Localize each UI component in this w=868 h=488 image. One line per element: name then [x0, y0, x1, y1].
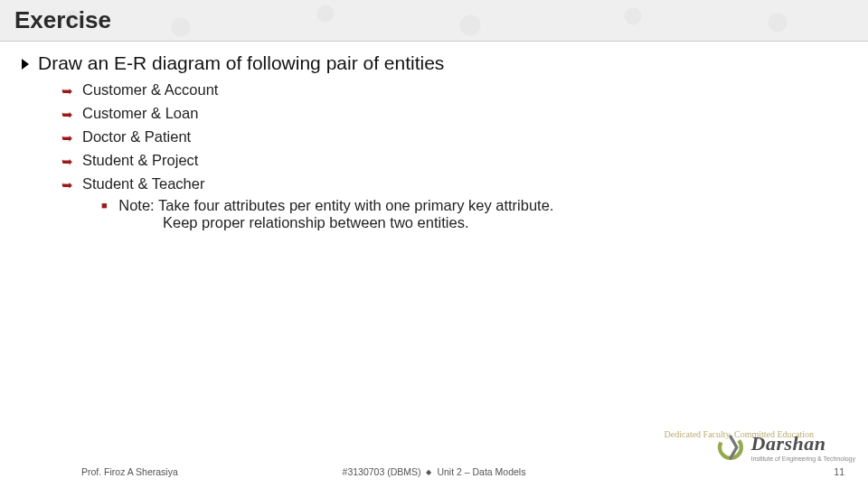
- main-bullet: Draw an E-R diagram of following pair of…: [22, 52, 846, 74]
- list-item-text: Customer & Loan: [82, 103, 198, 125]
- list-item-text: Student & Teacher: [82, 174, 204, 195]
- slide-title: Exercise: [14, 6, 111, 34]
- list-item: ➥ Customer & Account: [61, 80, 846, 101]
- logo-tagline: Institute of Engineering & Technology: [751, 455, 855, 462]
- content-area: Draw an E-R diagram of following pair of…: [0, 42, 868, 488]
- footer-unit: Unit 2 – Data Models: [437, 466, 525, 477]
- list-item: ➥ Student & Teacher: [61, 174, 846, 195]
- list-item: ➥ Student & Project: [61, 150, 846, 172]
- institute-logo: Darshan Institute of Engineering & Techn…: [715, 432, 855, 463]
- arrow-bullet-icon: ➥: [61, 175, 73, 195]
- sub-list: ➥ Customer & Account ➥ Customer & Loan ➥…: [61, 80, 846, 231]
- triangle-bullet-icon: [22, 59, 29, 70]
- square-bullet-icon: ■: [101, 200, 108, 211]
- list-item-text: Customer & Account: [82, 80, 218, 101]
- arrow-bullet-icon: ➥: [61, 81, 73, 101]
- arrow-bullet-icon: ➥: [61, 128, 73, 148]
- footer-page-number: 11: [834, 466, 844, 477]
- list-item-text: Doctor & Patient: [82, 127, 191, 148]
- footer-course-code: #3130703 (DBMS): [343, 466, 421, 477]
- footer-center: #3130703 (DBMS) ◆ Unit 2 – Data Models: [343, 466, 526, 477]
- note-block: ■ Note: Take four attributes per entity …: [101, 197, 846, 231]
- footer-professor: Prof. Firoz A Sherasiya: [81, 466, 178, 477]
- logo-mark-icon: [715, 432, 746, 463]
- list-item: ➥ Customer & Loan: [61, 103, 846, 125]
- list-item: ➥ Doctor & Patient: [61, 127, 846, 148]
- header-band: Exercise: [0, 0, 868, 42]
- slide: Exercise Draw an E-R diagram of followin…: [0, 0, 868, 488]
- logo-name: Darshan: [751, 434, 855, 454]
- diamond-separator-icon: ◆: [426, 468, 431, 476]
- footer: Prof. Firoz A Sherasiya #3130703 (DBMS) …: [0, 463, 868, 481]
- logo-text: Darshan Institute of Engineering & Techn…: [751, 434, 855, 462]
- main-bullet-text: Draw an E-R diagram of following pair of…: [38, 52, 444, 74]
- note-line: ■ Note: Take four attributes per entity …: [101, 197, 846, 214]
- arrow-bullet-icon: ➥: [61, 152, 73, 172]
- note-text-line1: Note: Take four attributes per entity wi…: [118, 197, 553, 213]
- arrow-bullet-icon: ➥: [61, 105, 73, 125]
- note-text-line2: Keep proper relationship between two ent…: [163, 214, 846, 231]
- list-item-text: Student & Project: [82, 150, 198, 172]
